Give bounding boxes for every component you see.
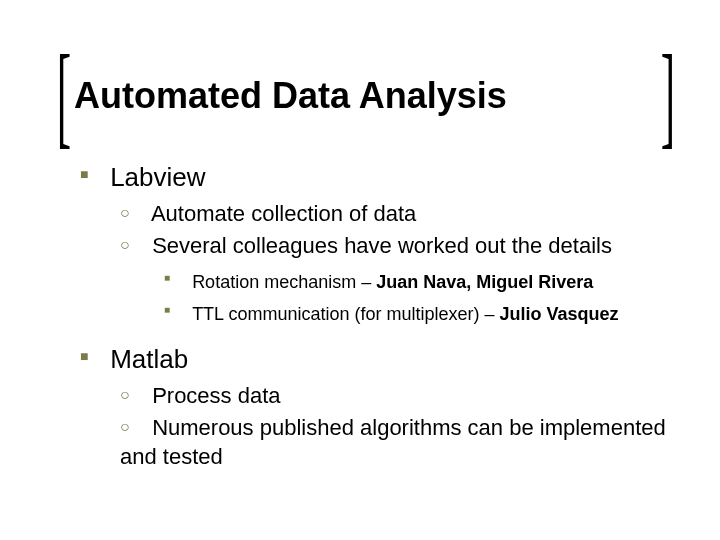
l3-bold: Julio Vasquez	[500, 304, 619, 324]
list-item: ■ Rotation mechanism – Juan Nava, Miguel…	[164, 266, 670, 296]
slide-title: Automated Data Analysis	[72, 75, 509, 117]
title-bar: [ Automated Data Analysis ]	[52, 60, 680, 132]
l1-label: Matlab	[110, 342, 188, 377]
l3-label: Rotation mechanism – Juan Nava, Miguel R…	[192, 272, 593, 292]
l3-prefix: TTL communication (for multiplexer) –	[192, 304, 499, 324]
l3-bold: Juan Nava, Miguel Rivera	[376, 272, 593, 292]
bracket-left-icon: [	[57, 38, 71, 153]
circle-bullet-icon: ○	[120, 234, 146, 256]
circle-bullet-icon: ○	[120, 202, 146, 224]
l1-label: Labview	[110, 160, 205, 195]
square-bullet-icon: ■	[164, 303, 186, 317]
l2-label: Numerous published algorithms can be imp…	[120, 415, 666, 470]
l3-prefix: Rotation mechanism –	[192, 272, 376, 292]
list-item: ■ TTL communication (for multiplexer) – …	[164, 298, 670, 328]
l3-label: TTL communication (for multiplexer) – Ju…	[192, 304, 618, 324]
circle-bullet-icon: ○	[120, 416, 146, 438]
square-bullet-icon: ■	[80, 165, 104, 184]
circle-bullet-icon: ○	[120, 384, 146, 406]
square-bullet-icon: ■	[80, 347, 104, 366]
bracket-right-icon: ]	[661, 38, 675, 153]
slide: [ Automated Data Analysis ] ■ Labview ○ …	[0, 0, 720, 540]
l2-label: Automate collection of data	[151, 201, 416, 226]
list-item: ■ Labview	[80, 160, 670, 195]
list-item: ○ Numerous published algorithms can be i…	[120, 413, 670, 472]
square-bullet-icon: ■	[164, 271, 186, 285]
sublist: ■ Rotation mechanism – Juan Nava, Miguel…	[164, 266, 670, 327]
slide-body: ■ Labview ○ Automate collection of data …	[80, 160, 670, 482]
sublist: ○ Process data ○ Numerous published algo…	[120, 381, 670, 472]
list-item: ○ Process data	[120, 381, 670, 411]
list-item: ○ Automate collection of data	[120, 199, 670, 229]
l2-label: Process data	[152, 383, 280, 408]
list-item: ■ Matlab	[80, 342, 670, 377]
l2-label: Several colleagues have worked out the d…	[152, 233, 612, 258]
sublist: ○ Automate collection of data ○ Several …	[120, 199, 670, 328]
list-item: ○ Several colleagues have worked out the…	[120, 231, 670, 261]
